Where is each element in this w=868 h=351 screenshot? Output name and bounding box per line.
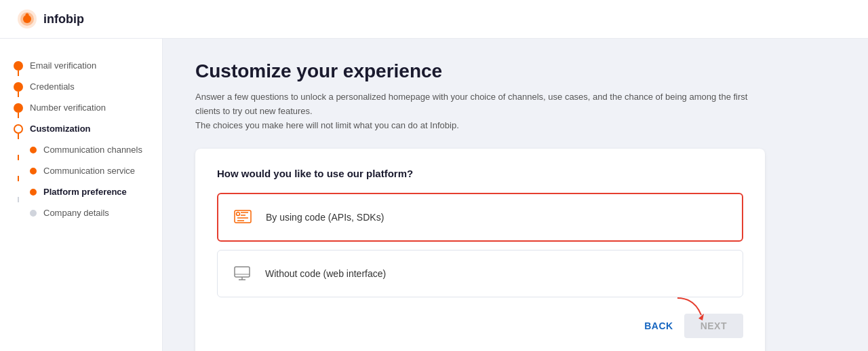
logo-icon: [16, 8, 38, 30]
desc-line1: Answer a few questions to unlock a perso…: [195, 92, 747, 102]
sidebar-item-credentials[interactable]: Credentials: [0, 76, 162, 97]
logo-text: infobip: [43, 12, 84, 26]
option-code-label: By using code (APIs, SDKs): [266, 212, 384, 223]
desc-line2: clients to try out new features.: [195, 106, 313, 116]
main-content: Customize your experience Answer a few q…: [163, 39, 868, 351]
dot-platform-preference: [30, 189, 37, 196]
dot-number-verification: [14, 103, 23, 113]
monitor-icon: [230, 261, 254, 286]
sidebar-item-number-verification[interactable]: Number verification: [0, 97, 162, 118]
logo: infobip: [16, 8, 84, 30]
sidebar: Email verification Credentials Number ve…: [0, 39, 163, 351]
sidebar-item-email-verification[interactable]: Email verification: [0, 55, 162, 76]
header: infobip: [0, 0, 868, 39]
code-icon: [231, 205, 255, 229]
dot-communication-channels: [30, 147, 37, 153]
sidebar-label-customization: Customization: [30, 124, 91, 134]
platform-card: How would you like to use our platform? …: [195, 149, 765, 351]
back-button[interactable]: BACK: [644, 320, 673, 331]
main-layout: Email verification Credentials Number ve…: [0, 39, 868, 351]
option-nocode[interactable]: Without code (web interface): [217, 250, 743, 297]
page-description: Answer a few questions to unlock a perso…: [195, 90, 765, 132]
desc-line3: The choices you make here will not limit…: [195, 120, 459, 130]
sidebar-label-email-verification: Email verification: [30, 60, 96, 71]
dot-credentials: [14, 82, 23, 92]
sidebar-label-communication-service: Communication service: [43, 166, 135, 176]
option-nocode-label: Without code (web interface): [265, 268, 386, 279]
sidebar-label-platform-preference: Platform preference: [43, 187, 127, 197]
sidebar-label-number-verification: Number verification: [30, 103, 106, 113]
sidebar-item-company-details[interactable]: Company details: [0, 202, 162, 223]
arrow-annotation: [674, 295, 708, 325]
option-code[interactable]: By using code (APIs, SDKs): [217, 193, 743, 242]
page-title: Customize your experience: [195, 60, 835, 82]
card-question: How would you like to use our platform?: [217, 168, 743, 179]
sidebar-label-company-details: Company details: [43, 208, 109, 218]
svg-point-5: [237, 213, 240, 216]
svg-rect-10: [235, 267, 250, 277]
sidebar-item-communication-channels[interactable]: Communication channels: [0, 139, 162, 160]
svg-point-3: [26, 14, 29, 17]
dot-company-details: [30, 210, 37, 217]
dot-email-verification: [14, 61, 23, 71]
sidebar-item-customization[interactable]: Customization: [0, 118, 162, 139]
sidebar-label-credentials: Credentials: [30, 81, 75, 92]
dot-customization: [14, 124, 23, 134]
card-footer: BACK NEXT: [217, 314, 743, 338]
sidebar-item-platform-preference[interactable]: Platform preference: [0, 181, 162, 202]
sidebar-label-communication-channels: Communication channels: [43, 145, 142, 155]
dot-communication-service: [30, 168, 37, 174]
sidebar-item-communication-service[interactable]: Communication service: [0, 160, 162, 181]
